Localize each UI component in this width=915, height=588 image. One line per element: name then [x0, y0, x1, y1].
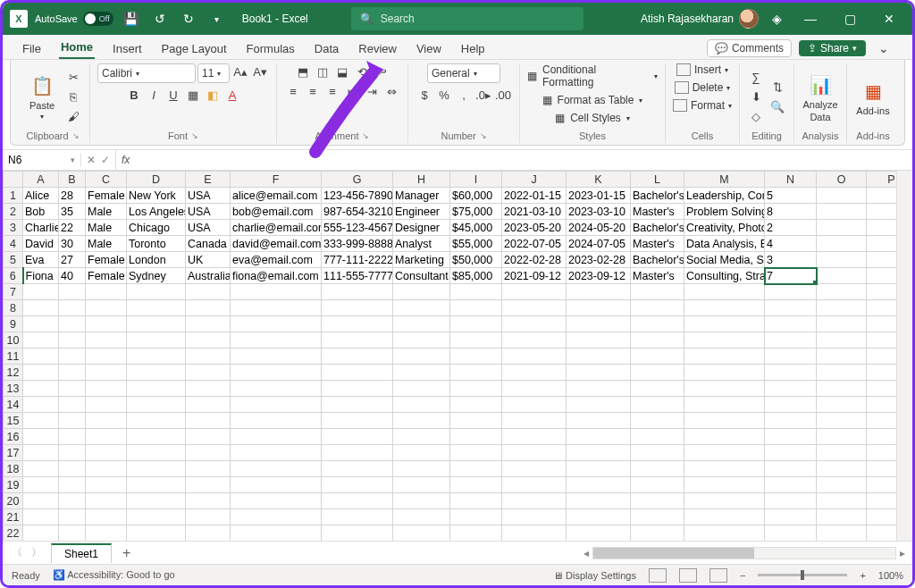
cell-O12[interactable] [817, 365, 867, 381]
row-header-21[interactable]: 21 [4, 509, 23, 525]
cell-G2[interactable]: 987-654-3210 [322, 204, 393, 220]
tab-file[interactable]: File [21, 38, 43, 59]
cell-M9[interactable] [684, 316, 765, 332]
font-name-select[interactable]: Calibri▾ [97, 63, 196, 83]
number-format-select[interactable]: General▾ [427, 63, 500, 83]
minimize-button[interactable]: — [794, 3, 827, 35]
col-header-D[interactable]: D [127, 172, 186, 188]
cell-C15[interactable] [86, 413, 127, 429]
cell-B18[interactable] [59, 461, 86, 477]
cell-G22[interactable] [322, 525, 393, 542]
diamond-icon[interactable]: ◈ [766, 8, 787, 29]
cell-O20[interactable] [817, 493, 867, 509]
underline-button[interactable]: U [164, 87, 182, 103]
cell-O15[interactable] [817, 413, 867, 429]
row-header-3[interactable]: 3 [4, 220, 23, 236]
cell-F4[interactable]: david@email.com [231, 236, 322, 252]
cell-J12[interactable] [502, 365, 567, 381]
cell-I14[interactable] [450, 397, 502, 413]
cell-A16[interactable] [23, 429, 59, 445]
cell-L9[interactable] [631, 316, 684, 332]
cell-J22[interactable] [502, 525, 567, 542]
cell-O7[interactable] [817, 284, 867, 300]
cell-G14[interactable] [322, 397, 393, 413]
cell-D19[interactable] [127, 477, 186, 493]
cell-G21[interactable] [322, 509, 393, 525]
cell-M8[interactable] [684, 300, 765, 316]
cell-A14[interactable] [23, 397, 59, 413]
cell-I3[interactable]: $45,000 [450, 220, 502, 236]
page-break-view-icon[interactable] [709, 568, 727, 583]
cell-I11[interactable] [450, 349, 502, 365]
cell-C22[interactable] [86, 525, 127, 542]
cell-A18[interactable] [23, 461, 59, 477]
cell-B11[interactable] [59, 349, 86, 365]
cell-I4[interactable]: $55,000 [450, 236, 502, 252]
cell-H15[interactable] [393, 413, 450, 429]
cell-B1[interactable]: 28 [59, 188, 86, 204]
cell-F17[interactable] [231, 445, 322, 461]
cell-G6[interactable]: 111-555-7777 [322, 268, 393, 284]
cell-P2[interactable] [867, 204, 897, 220]
display-settings-button[interactable]: 🖥 Display Settings [553, 570, 636, 581]
cell-D6[interactable]: Sydney [127, 268, 186, 284]
cell-C1[interactable]: Female [86, 188, 127, 204]
cell-N18[interactable] [765, 461, 817, 477]
cell-J13[interactable] [502, 381, 567, 397]
cell-E2[interactable]: USA [186, 204, 231, 220]
cell-O18[interactable] [817, 461, 867, 477]
cell-G3[interactable]: 555-123-4567 [322, 220, 393, 236]
normal-view-icon[interactable] [649, 568, 667, 583]
cell-I9[interactable] [450, 316, 502, 332]
cell-F11[interactable] [231, 349, 322, 365]
cell-B15[interactable] [59, 413, 86, 429]
cell-A9[interactable] [23, 316, 59, 332]
cell-J3[interactable]: 2023-05-20 [502, 220, 567, 236]
analyze-data-button[interactable]: 📊 Analyze Data [802, 72, 839, 122]
cell-G12[interactable] [322, 365, 393, 381]
undo-icon[interactable]: ↺ [149, 8, 171, 29]
row-header-8[interactable]: 8 [4, 300, 23, 316]
cell-O1[interactable] [817, 188, 867, 204]
wrap-text-icon[interactable]: ↩ [373, 63, 390, 80]
toggle-switch[interactable]: Off [83, 12, 113, 26]
cell-D14[interactable] [127, 397, 186, 413]
cell-D8[interactable] [127, 300, 186, 316]
cell-M16[interactable] [684, 429, 765, 445]
row-header-20[interactable]: 20 [4, 493, 23, 509]
cell-J20[interactable] [502, 493, 567, 509]
cell-N3[interactable]: 2 [765, 220, 817, 236]
tab-insert[interactable]: Insert [111, 38, 144, 59]
cell-G19[interactable] [322, 477, 393, 493]
cell-N4[interactable]: 4 [765, 236, 817, 252]
format-painter-icon[interactable]: 🖌 [64, 109, 82, 125]
cell-N7[interactable] [765, 284, 817, 300]
cell-M7[interactable] [684, 284, 765, 300]
cell-J4[interactable]: 2022-07-05 [502, 236, 567, 252]
cell-I10[interactable] [450, 332, 502, 349]
cell-A1[interactable]: Alice [23, 188, 59, 204]
col-header-K[interactable]: K [567, 172, 631, 188]
cell-F12[interactable] [231, 365, 322, 381]
format-cells-button[interactable]: Format ▾ [673, 99, 732, 112]
cell-D11[interactable] [127, 349, 186, 365]
cell-K7[interactable] [567, 284, 631, 300]
cell-D15[interactable] [127, 413, 186, 429]
cell-L21[interactable] [631, 509, 684, 525]
cell-J17[interactable] [502, 445, 567, 461]
cell-D21[interactable] [127, 509, 186, 525]
cell-N10[interactable] [765, 332, 817, 349]
cell-N16[interactable] [765, 429, 817, 445]
zoom-out-button[interactable]: − [740, 570, 745, 581]
cancel-formula-icon[interactable]: ✕ [87, 154, 96, 166]
cell-B13[interactable] [59, 381, 86, 397]
col-header-G[interactable]: G [322, 172, 393, 188]
cell-I2[interactable]: $75,000 [450, 204, 502, 220]
clear-icon[interactable]: ◇ [747, 109, 765, 125]
dialog-launcher-icon[interactable]: ↘ [480, 131, 487, 140]
cell-C16[interactable] [86, 429, 127, 445]
cell-L17[interactable] [631, 445, 684, 461]
cell-O21[interactable] [817, 509, 867, 525]
enter-formula-icon[interactable]: ✓ [101, 154, 110, 166]
cell-C20[interactable] [86, 493, 127, 509]
